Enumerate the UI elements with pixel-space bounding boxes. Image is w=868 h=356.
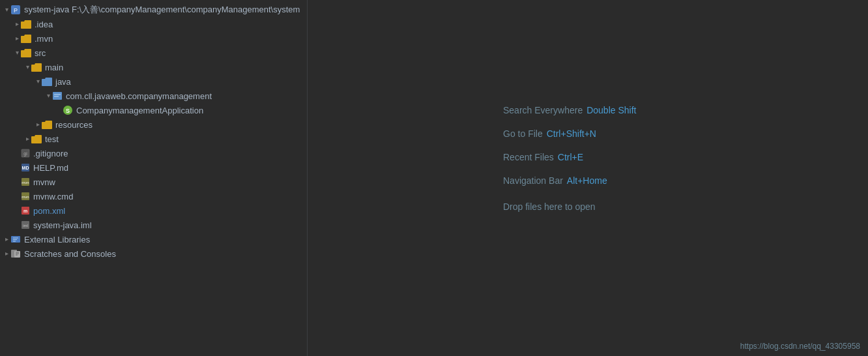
svg-text:gi: gi [23, 151, 27, 156]
src-label: src [35, 48, 46, 58]
mvn-label: .mvn [35, 34, 53, 44]
package-icon [52, 91, 64, 100]
folder-resources-icon [42, 121, 53, 129]
arrow-root [3, 6, 10, 14]
arrow-main [23, 63, 31, 71]
mvnwcmd-label: mvnw.cmd [33, 192, 73, 201]
url-bar: https://blog.csdn.net/qq_43305958 [740, 342, 860, 351]
folder-test-icon [31, 135, 43, 143]
hint-goto-text: Go to File [503, 128, 543, 139]
arrow-helpmd [13, 164, 21, 171]
tree-item-idea[interactable]: .idea [0, 17, 307, 31]
svg-text:mvn: mvn [22, 181, 29, 185]
spring-app-icon: S [63, 105, 74, 115]
test-label: test [45, 134, 59, 144]
hint-search-shortcut: Double Shift [586, 105, 636, 115]
tree-item-mvnw[interactable]: mvn mvnw [0, 175, 307, 189]
folder-mvn-icon [21, 35, 33, 43]
tree-item-iml[interactable]: iml system-java.iml [0, 218, 307, 232]
pomxml-label: pom.xml [33, 206, 65, 216]
tree-item-gitignore[interactable]: gi .gitignore [0, 146, 307, 160]
svg-text:S: S [66, 108, 70, 114]
folder-idea-icon [21, 20, 33, 29]
tree-item-mvn[interactable]: .mvn [0, 31, 307, 46]
arrow-mvn [13, 35, 21, 42]
arrow-package [44, 92, 52, 100]
arrow-scratches [3, 250, 10, 258]
hint-nav-bar: Navigation Bar Alt+Home [503, 175, 607, 186]
tree-item-helpmd[interactable]: MD HELP.md [0, 160, 307, 175]
app-label: CompanymanagementApplication [76, 106, 203, 115]
hint-recent-shortcut: Ctrl+E [558, 152, 583, 162]
pom-file-icon: m [21, 206, 31, 215]
extlibs-icon [10, 235, 22, 244]
hint-nav-shortcut: Alt+Home [567, 175, 607, 186]
arrow-src [13, 49, 21, 57]
svg-text:m: m [23, 209, 27, 213]
tree-item-main[interactable]: main [0, 60, 307, 74]
svg-text:iml: iml [23, 224, 28, 228]
svg-text:mvn: mvn [22, 195, 29, 199]
svg-rect-4 [54, 96, 59, 97]
arrow-iml [13, 221, 21, 229]
svg-text:P: P [14, 7, 18, 14]
drop-label: Drop files here to open [503, 201, 596, 212]
tree-item-scratches[interactable]: Scratches and Consoles [0, 246, 307, 261]
mvnw-file-icon: mvn [21, 177, 31, 186]
idea-label: .idea [35, 20, 53, 29]
hint-goto-file: Go to File Ctrl+Shift+N [503, 128, 596, 139]
tree-item-resources[interactable]: resources [0, 117, 307, 132]
java-label: java [55, 77, 71, 87]
svg-rect-3 [54, 94, 61, 95]
resources-label: resources [55, 120, 93, 130]
cmd-file-icon: mvn [21, 192, 31, 201]
arrow-app [55, 106, 63, 114]
hint-search-text: Search Everywhere [503, 105, 583, 115]
folder-src-icon [21, 49, 33, 57]
folder-java-icon [42, 78, 53, 86]
arrow-java [34, 78, 42, 85]
tree-item-pomxml[interactable]: m pom.xml [0, 203, 307, 218]
tree-item-extlibs[interactable]: External Libraries [0, 232, 307, 246]
iml-label: system-java.iml [33, 220, 92, 230]
package-label: com.cll.javaweb.companymanagement [66, 91, 212, 101]
hint-recent-files: Recent Files Ctrl+E [503, 152, 583, 162]
iml-file-icon: iml [21, 220, 31, 230]
main-label: main [45, 63, 63, 72]
extlibs-label: External Libraries [24, 235, 90, 245]
tree-item-java[interactable]: java [0, 74, 307, 89]
arrow-resources [34, 121, 42, 128]
svg-text:MD: MD [22, 166, 29, 170]
md-file-icon: MD [21, 163, 31, 172]
arrow-idea [13, 20, 21, 28]
hint-search-everywhere: Search Everywhere Double Shift [503, 105, 636, 115]
arrow-pomxml [13, 207, 21, 215]
arrow-mvnw [13, 178, 21, 186]
gitignore-label: .gitignore [33, 149, 68, 158]
hint-nav-text: Navigation Bar [503, 175, 563, 186]
hint-goto-shortcut: Ctrl+Shift+N [547, 128, 596, 139]
arrow-mvnwcmd [13, 192, 21, 200]
main-content: Search Everywhere Double Shift Go to Fil… [308, 0, 868, 356]
scratches-icon [10, 249, 22, 258]
arrow-gitignore [13, 149, 21, 157]
helpmd-label: HELP.md [33, 163, 68, 173]
root-label: system-java F:\入善\companyManagement\comp… [24, 4, 300, 16]
hint-recent-text: Recent Files [503, 152, 554, 162]
gitignore-file-icon: gi [21, 149, 31, 158]
folder-main-icon [31, 63, 43, 72]
tree-item-package[interactable]: com.cll.javaweb.companymanagement [0, 89, 307, 103]
mvnw-label: mvnw [33, 177, 55, 187]
tree-item-src[interactable]: src [0, 46, 307, 60]
scratches-label: Scratches and Consoles [24, 249, 116, 259]
arrow-extlibs [3, 235, 10, 243]
project-icon: P [10, 5, 22, 15]
hint-drop: Drop files here to open [503, 199, 596, 212]
file-tree[interactable]: P system-java F:\入善\companyManagement\co… [0, 0, 308, 356]
tree-item-mvnwcmd[interactable]: mvn mvnw.cmd [0, 189, 307, 203]
tree-item-test[interactable]: test [0, 132, 307, 146]
tree-item-app[interactable]: S CompanymanagementApplication [0, 103, 307, 117]
tree-item-root[interactable]: P system-java F:\入善\companyManagement\co… [0, 3, 307, 17]
url-text: https://blog.csdn.net/qq_43305958 [740, 342, 860, 351]
arrow-test [23, 135, 31, 143]
